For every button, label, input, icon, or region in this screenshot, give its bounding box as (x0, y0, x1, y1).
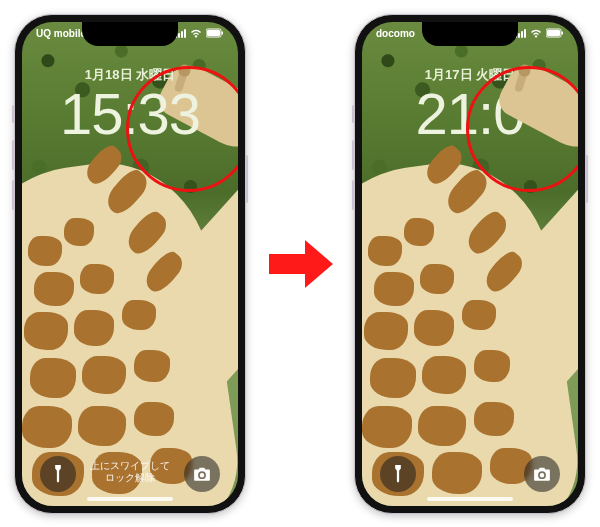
flashlight-icon (391, 465, 405, 483)
flashlight-button[interactable] (380, 456, 416, 492)
carrier-label: docomo (376, 28, 415, 39)
mute-switch (352, 105, 355, 123)
wifi-icon (190, 28, 202, 38)
wifi-icon (530, 28, 542, 38)
phone-left: UQ mobile 1月18日 水曜日 15:33 上にスワイプして ロック解除 (14, 14, 246, 514)
status-right (175, 28, 224, 39)
comparison-stage: UQ mobile 1月18日 水曜日 15:33 上にスワイプして ロック解除 (0, 0, 600, 527)
volume-up-button (12, 140, 15, 170)
power-button (245, 155, 248, 203)
camera-icon (533, 467, 551, 481)
volume-up-button (352, 140, 355, 170)
lock-screen[interactable]: docomo 1月17日 火曜日 21:0 (362, 22, 578, 506)
camera-button[interactable] (524, 456, 560, 492)
home-indicator[interactable] (427, 497, 513, 501)
battery-icon (206, 28, 224, 38)
notch (82, 22, 178, 46)
battery-icon (546, 28, 564, 38)
arrow-right-icon (265, 234, 335, 294)
svg-rect-2 (222, 32, 224, 35)
volume-down-button (352, 180, 355, 210)
notch (422, 22, 518, 46)
flashlight-icon (51, 465, 65, 483)
carrier-label: UQ mobile (36, 28, 86, 39)
flashlight-button[interactable] (40, 456, 76, 492)
camera-icon (193, 467, 211, 481)
home-indicator[interactable] (87, 497, 173, 501)
lock-screen-time: 15:33 (22, 80, 238, 147)
lock-screen[interactable]: UQ mobile 1月18日 水曜日 15:33 上にスワイプして ロック解除 (22, 22, 238, 506)
power-button (585, 155, 588, 203)
lock-screen-bottom-bar (362, 456, 578, 492)
phone-right: docomo 1月17日 火曜日 21:0 (354, 14, 586, 514)
svg-rect-5 (562, 32, 564, 35)
svg-rect-1 (207, 30, 220, 36)
svg-rect-4 (547, 30, 560, 36)
status-right (515, 28, 564, 39)
volume-down-button (12, 180, 15, 210)
swipe-hint: 上にスワイプして ロック解除 (90, 460, 170, 484)
camera-button[interactable] (184, 456, 220, 492)
mute-switch (12, 105, 15, 123)
